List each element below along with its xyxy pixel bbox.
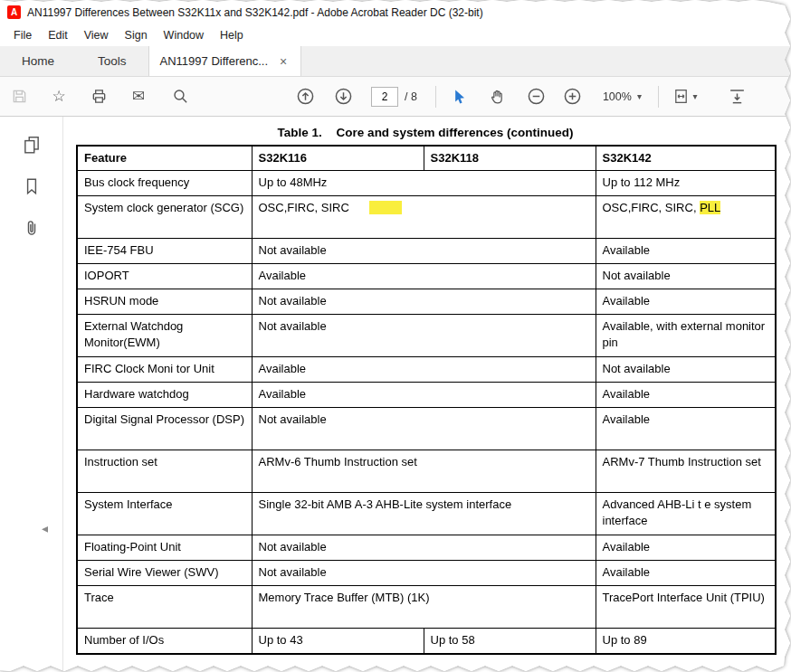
acrobat-logo-icon: A	[7, 5, 21, 19]
email-button[interactable]: ✉	[125, 83, 152, 110]
next-page-button[interactable]	[329, 83, 357, 110]
content-area: Table 1. Core and system differences (co…	[0, 117, 791, 672]
tab-home[interactable]: Home	[0, 46, 76, 76]
value-cell: Up to 58	[424, 629, 596, 654]
table-row: IEE-754 FBUNot availableAvailable	[77, 239, 776, 264]
value-cell: Available	[596, 239, 776, 264]
value-cell: Up to 112 MHz	[596, 171, 776, 196]
chevron-down-icon: ▾	[692, 92, 697, 101]
attachments-button[interactable]	[16, 213, 47, 243]
value-cell: Available	[596, 561, 776, 586]
menu-file[interactable]: File	[5, 26, 40, 44]
close-tab-icon[interactable]: ×	[277, 54, 290, 69]
table-row: Floating-Point UnitNot availableAvailabl…	[77, 535, 776, 561]
hand-tool-button[interactable]	[483, 83, 510, 110]
value-cell: Up to 89	[596, 629, 776, 654]
value-cell: Available	[596, 383, 776, 408]
feature-cell: IOPORT	[77, 264, 252, 289]
fit-width-icon	[672, 88, 690, 105]
bookmark-icon	[22, 176, 42, 196]
hide-toolbar-icon	[728, 87, 747, 106]
marquee-zoom-button[interactable]	[167, 83, 194, 110]
value-cell: Not available	[252, 535, 596, 561]
hand-icon	[488, 88, 505, 105]
column-header: S32K142	[596, 146, 776, 171]
cursor-arrow-icon	[450, 88, 467, 105]
page-number-input[interactable]	[371, 87, 398, 107]
screenshot-shadow: A AN11997 Differences Between S32K11x an…	[0, 0, 791, 672]
value-cell: Available, with external monitor pin	[596, 315, 776, 357]
bookmarks-button[interactable]	[16, 171, 47, 202]
value-cell: Not available	[252, 289, 596, 315]
table-row: Serial Wire Viewer (SWV)Not availableAva…	[77, 561, 776, 586]
menu-view[interactable]: View	[76, 26, 117, 44]
column-header: S32K118	[424, 146, 596, 171]
page-thumbnails-button[interactable]	[16, 129, 47, 160]
feature-cell: Hardware watchdog	[77, 383, 252, 408]
cell-text	[349, 201, 369, 214]
arrow-down-circle-icon	[334, 87, 353, 106]
toolbar-separator	[658, 86, 659, 108]
feature-cell: HSRUN mode	[77, 289, 252, 315]
sidebar-collapse-handle[interactable]: ◂	[42, 522, 48, 535]
table-row: Instruction setARMv-6 Thumb Instruction …	[77, 450, 776, 493]
floppy-icon	[11, 88, 28, 105]
zoom-level-value: 100%	[603, 90, 632, 103]
star-button[interactable]: ☆	[45, 83, 72, 110]
table-caption-title: Core and system differences (continued)	[337, 126, 574, 139]
value-cell: Available	[596, 535, 776, 561]
feature-cell: Bus clock frequency	[77, 171, 252, 196]
value-cell: Memory Trace Buffer (MTB) (1K)	[252, 586, 596, 629]
value-cell: Up to 43	[252, 629, 424, 654]
menu-edit[interactable]: Edit	[40, 26, 76, 44]
value-cell: Advanced AHB-Li t e system interface	[596, 493, 776, 535]
table-row: TraceMemory Trace Buffer (MTB) (1K)Trace…	[77, 586, 776, 629]
envelope-icon: ✉	[132, 89, 145, 104]
selection-tool-button[interactable]	[445, 83, 472, 110]
tab-bar: Home Tools AN11997 Differenc... ×	[0, 46, 791, 77]
value-cell: Available	[596, 408, 776, 450]
print-button[interactable]	[85, 83, 112, 110]
fit-width-dropdown-button[interactable]: ▾	[666, 83, 704, 110]
value-cell: Not available	[252, 561, 596, 586]
toolbar: ☆ ✉ / 8	[0, 77, 791, 117]
menu-help[interactable]: Help	[212, 26, 252, 44]
save-button[interactable]	[5, 83, 33, 110]
menu-sign[interactable]: Sign	[117, 26, 156, 44]
feature-cell: Instruction set	[77, 450, 252, 493]
pdf-page: Table 1. Core and system differences (co…	[63, 117, 791, 672]
value-cell: Up to 48MHz	[252, 171, 596, 196]
navigation-pane	[0, 117, 63, 672]
reading-mode-button[interactable]	[724, 83, 751, 110]
tab-tools[interactable]: Tools	[76, 46, 148, 76]
toolbar-separator	[435, 86, 436, 108]
feature-cell: Trace	[77, 586, 252, 629]
arrow-up-circle-icon	[296, 87, 315, 106]
value-cell: Not available	[252, 315, 596, 357]
value-cell: ARMv-7 Thumb Instruction set	[596, 450, 776, 493]
feature-cell: FIRC Clock Moni tor Unit	[77, 357, 252, 383]
menu-window[interactable]: Window	[156, 26, 212, 44]
column-header: S32K116	[252, 146, 424, 171]
document-tab-label: AN11997 Differenc...	[160, 54, 268, 68]
zoom-in-button[interactable]	[559, 83, 586, 110]
table-row: External Watchdog Monitor(EWM)Not availa…	[77, 315, 776, 357]
value-cell: Available	[252, 264, 596, 289]
value-cell: OSC,FIRC, SIRC, PLL	[596, 196, 776, 239]
table-row: Hardware watchdogAvailableAvailable	[77, 383, 776, 408]
zoom-level-dropdown[interactable]: 100% ▾	[597, 87, 647, 107]
value-cell: TracePort Interface Unit (TPIU)	[596, 586, 776, 629]
zoom-out-button[interactable]	[523, 83, 550, 110]
title-bar: A AN11997 Differences Between S32K11x an…	[0, 0, 791, 24]
feature-cell: External Watchdog Monitor(EWM)	[77, 315, 252, 357]
table-caption-number: Table 1.	[278, 126, 322, 139]
feature-cell: Serial Wire Viewer (SWV)	[77, 561, 252, 586]
feature-cell: IEE-754 FBU	[77, 239, 252, 264]
value-cell: Not available	[252, 408, 596, 450]
previous-page-button[interactable]	[291, 83, 319, 110]
table-row: Number of I/OsUp to 43Up to 58Up to 89	[77, 629, 776, 654]
tab-document[interactable]: AN11997 Differenc... ×	[148, 46, 302, 76]
value-cell: Available	[596, 289, 776, 315]
value-cell: OSC,FIRC, SIRC	[252, 196, 596, 239]
table-row: System clock generator (SCG)OSC,FIRC, SI…	[77, 196, 776, 239]
